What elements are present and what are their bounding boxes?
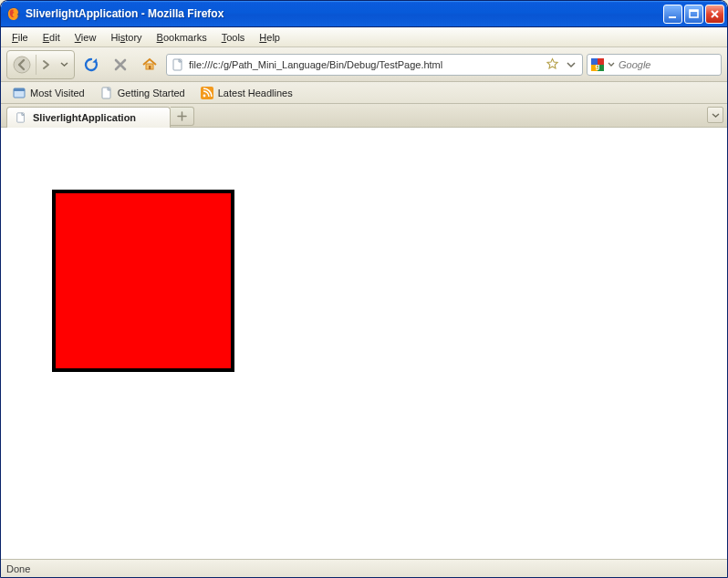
bookmarks-bar: Most Visited Getting Started Latest Head… xyxy=(1,82,727,104)
back-button[interactable] xyxy=(8,52,36,77)
bookmark-most-visited[interactable]: Most Visited xyxy=(6,84,90,102)
url-bar xyxy=(166,54,583,76)
new-tab-button[interactable] xyxy=(171,107,194,126)
page-icon xyxy=(171,57,185,72)
minimize-button[interactable] xyxy=(663,5,682,24)
svg-point-18 xyxy=(203,94,205,97)
search-engine-dropdown[interactable] xyxy=(608,57,615,72)
search-box: g xyxy=(587,54,722,76)
titlebar: SliverlightApplication - Mozilla Firefox xyxy=(1,1,727,27)
rss-icon xyxy=(200,86,214,100)
tab-active[interactable]: SliverlightApplication xyxy=(6,107,171,128)
menu-help[interactable]: Help xyxy=(252,29,287,46)
google-icon: g xyxy=(591,57,604,72)
menu-view[interactable]: View xyxy=(68,29,104,46)
firefox-icon xyxy=(6,6,21,21)
status-bar: Done xyxy=(1,559,727,577)
tab-label: SliverlightApplication xyxy=(33,112,136,123)
list-all-tabs-button[interactable] xyxy=(707,107,723,123)
menubar: File Edit View History Bookmarks Tools H… xyxy=(1,27,727,47)
svg-point-4 xyxy=(14,57,30,73)
menu-tools[interactable]: Tools xyxy=(214,29,253,46)
bookmark-latest-headlines[interactable]: Latest Headlines xyxy=(194,84,298,102)
svg-rect-3 xyxy=(690,10,698,12)
menu-bookmarks[interactable]: Bookmarks xyxy=(150,29,214,46)
page-content xyxy=(1,128,727,559)
status-text: Done xyxy=(6,563,30,574)
page-icon xyxy=(15,111,27,124)
bookmark-label: Most Visited xyxy=(30,88,85,98)
svg-rect-15 xyxy=(14,88,25,91)
menu-edit[interactable]: Edit xyxy=(36,29,68,46)
url-dropdown[interactable] xyxy=(564,57,578,73)
search-input[interactable] xyxy=(619,59,728,70)
red-square-shape xyxy=(52,190,234,372)
window-title: SliverlightApplication - Mozilla Firefox xyxy=(26,7,661,20)
most-visited-icon xyxy=(12,86,26,100)
close-button[interactable] xyxy=(705,5,724,24)
toolbar: g xyxy=(1,47,727,82)
bookmark-star-icon[interactable] xyxy=(544,57,560,73)
nav-history-dropdown[interactable] xyxy=(55,52,73,77)
svg-rect-6 xyxy=(149,66,151,69)
bookmark-label: Getting Started xyxy=(118,88,185,98)
bookmark-getting-started[interactable]: Getting Started xyxy=(94,84,191,102)
menu-file[interactable]: File xyxy=(5,29,36,46)
reload-button[interactable] xyxy=(78,52,104,77)
url-input[interactable] xyxy=(189,55,540,75)
svg-rect-1 xyxy=(669,16,676,18)
nav-buttons xyxy=(6,50,75,79)
tab-strip: SliverlightApplication xyxy=(1,104,727,128)
stop-button[interactable] xyxy=(108,52,133,77)
menu-history[interactable]: History xyxy=(103,29,149,46)
bookmark-label: Latest Headlines xyxy=(218,88,293,98)
forward-button[interactable] xyxy=(36,52,55,77)
maximize-button[interactable] xyxy=(684,5,703,24)
page-icon xyxy=(99,86,114,100)
home-button[interactable] xyxy=(137,52,162,77)
svg-text:g: g xyxy=(596,61,600,69)
